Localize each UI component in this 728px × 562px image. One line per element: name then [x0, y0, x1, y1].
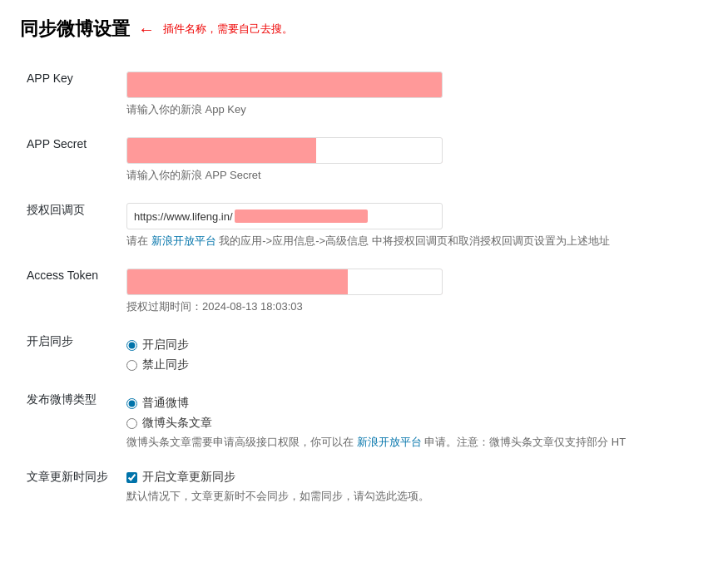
weibo-type-row: 发布微博类型 普通微博 微博头条文章 微博头条文章需要申请高级接口权限，你可以在… — [20, 382, 708, 460]
weibo-type-label: 发布微博类型 — [20, 382, 120, 460]
url-redacted-part — [235, 210, 368, 223]
app-secret-label: APP Secret — [20, 127, 120, 193]
weibo-normal-radio[interactable] — [126, 398, 137, 409]
page-hint: 插件名称，需要自己去搜。 — [163, 22, 293, 37]
sync-enable-row: 开启同步 开启同步 禁止同步 — [20, 324, 708, 382]
access-token-row: Access Token 授权过期时间：2024-08-13 18:03:03 — [20, 259, 708, 324]
article-sync-checkbox-label[interactable]: 开启文章更新同步 — [126, 470, 701, 485]
app-key-label: APP Key — [20, 62, 120, 127]
settings-table: APP Key 请输入你的新浪 App Key APP Secret 请输入你的… — [20, 62, 708, 514]
weibo-help-after: 申请。注意：微博头条文章仅支持部分 HT — [422, 436, 626, 448]
sync-enable-label: 开启同步 — [20, 324, 120, 382]
app-secret-input[interactable] — [126, 137, 443, 164]
sync-off-label: 禁止同步 — [142, 357, 189, 372]
app-secret-field-cell: 请输入你的新浪 APP Secret — [120, 127, 708, 193]
auth-callback-row: 授权回调页 https://www.lifeng.in/ 请在 新浪开放平台 我… — [20, 193, 708, 259]
weibo-type-help: 微博头条文章需要申请高级接口权限，你可以在 新浪开放平台 申请。注意：微博头条文… — [126, 435, 701, 450]
app-key-input[interactable] — [126, 71, 443, 98]
page-title: 同步微博设置 — [20, 17, 130, 42]
app-key-field-cell: 请输入你的新浪 App Key — [120, 62, 708, 127]
arrow-icon: ← — [138, 20, 155, 39]
sync-on-radio[interactable] — [126, 340, 137, 351]
sync-on-option[interactable]: 开启同步 — [126, 338, 701, 352]
sync-off-radio[interactable] — [126, 360, 137, 371]
article-sync-row: 文章更新时同步 开启文章更新同步 默认情况下，文章更新时不会同步，如需同步，请勾… — [20, 460, 708, 514]
sync-off-option[interactable]: 禁止同步 — [126, 357, 701, 372]
page-header: 同步微博设置 ← 插件名称，需要自己去搜。 — [20, 17, 708, 42]
weibo-headline-option[interactable]: 微博头条文章 — [126, 416, 701, 431]
url-prefix: https://www.lifeng.in/ — [134, 210, 233, 223]
article-sync-field-cell: 开启文章更新同步 默认情况下，文章更新时不会同步，如需同步，请勾选此选项。 — [120, 460, 708, 514]
weibo-headline-label: 微博头条文章 — [142, 416, 212, 431]
auth-callback-input-display[interactable]: https://www.lifeng.in/ — [126, 203, 443, 229]
sync-on-label: 开启同步 — [142, 338, 189, 352]
auth-callback-field-cell: https://www.lifeng.in/ 请在 新浪开放平台 我的应用->应… — [120, 193, 708, 259]
article-sync-label: 文章更新时同步 — [20, 460, 120, 514]
access-token-input[interactable] — [126, 269, 443, 295]
auth-callback-label: 授权回调页 — [20, 193, 120, 259]
sync-enable-field-cell: 开启同步 禁止同步 — [120, 324, 708, 382]
weibo-normal-label: 普通微博 — [142, 396, 189, 411]
weibo-type-radio-group: 普通微博 微博头条文章 — [126, 392, 701, 431]
article-sync-help: 默认情况下，文章更新时不会同步，如需同步，请勾选此选项。 — [126, 489, 701, 504]
weibo-help-before: 微博头条文章需要申请高级接口权限，你可以在 — [126, 436, 357, 448]
auth-help-after: 我的应用->应用信息->高级信息 中将授权回调页和取消授权回调页设置为上述地址 — [216, 234, 610, 247]
app-secret-row: APP Secret 请输入你的新浪 APP Secret — [20, 127, 708, 193]
article-sync-checkbox[interactable] — [126, 472, 137, 483]
auth-help-before: 请在 — [126, 234, 151, 247]
access-token-field-cell: 授权过期时间：2024-08-13 18:03:03 — [120, 259, 708, 324]
weibo-headline-radio[interactable] — [126, 418, 137, 429]
access-token-label: Access Token — [20, 259, 120, 324]
access-token-help: 授权过期时间：2024-08-13 18:03:03 — [126, 299, 701, 314]
weibo-normal-option[interactable]: 普通微博 — [126, 396, 701, 411]
auth-callback-help: 请在 新浪开放平台 我的应用->应用信息->高级信息 中将授权回调页和取消授权回… — [126, 234, 701, 249]
article-sync-checkbox-text: 开启文章更新同步 — [142, 470, 235, 485]
sina-open-platform-link-2[interactable]: 新浪开放平台 — [357, 436, 422, 448]
app-secret-help: 请输入你的新浪 APP Secret — [126, 168, 701, 183]
sync-enable-radio-group: 开启同步 禁止同步 — [126, 334, 701, 372]
app-key-row: APP Key 请输入你的新浪 App Key — [20, 62, 708, 127]
weibo-type-field-cell: 普通微博 微博头条文章 微博头条文章需要申请高级接口权限，你可以在 新浪开放平台… — [120, 382, 708, 460]
app-key-help: 请输入你的新浪 App Key — [126, 102, 701, 117]
sina-open-platform-link-1[interactable]: 新浪开放平台 — [151, 234, 216, 247]
